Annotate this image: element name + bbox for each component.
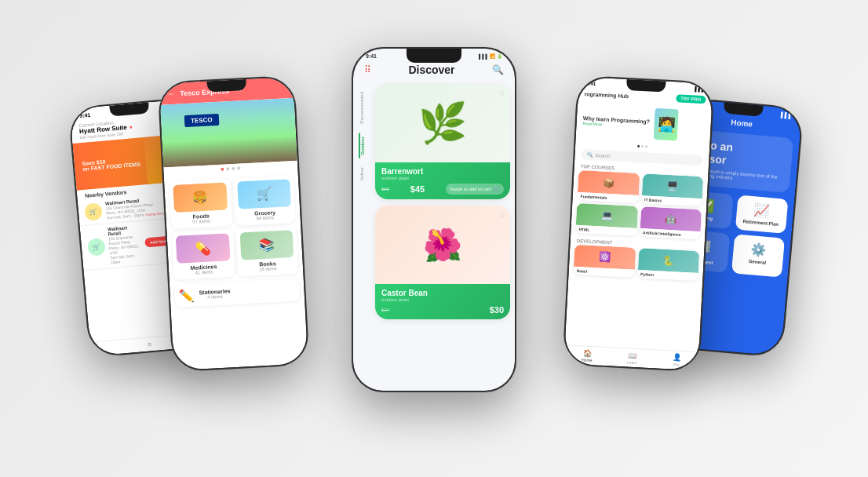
search-placeholder: Search xyxy=(595,153,610,158)
ai-icon: 🤖 xyxy=(640,206,702,231)
phone-4-screen: 9:41 ▌▌▌ rogramming Hub TRY PRO Why lear… xyxy=(564,77,713,370)
courses-grid: 📦 Fundamentals 🖥️ IT Basics 💻 HTML 🤖 Art… xyxy=(571,170,708,243)
phone-5-signal: ▌▌▌ xyxy=(781,112,793,118)
barrenwort-image: 🌿 ☆ xyxy=(375,84,510,162)
phone-1-time: 9:41 xyxy=(79,112,91,118)
banner-dot-2 xyxy=(641,145,644,147)
dot-1 xyxy=(221,168,224,171)
sidebar-outdoor[interactable]: Outdoor xyxy=(359,133,365,158)
barrenwort-emoji: 🌿 xyxy=(418,100,467,146)
castor-bean-price: $30 xyxy=(490,305,504,315)
programming-banner: Why learn Programming? Read More 🧑‍💻 xyxy=(576,100,712,147)
phone-3-notch xyxy=(407,49,461,63)
tesco-store-image: TESCO xyxy=(160,98,297,168)
phone-3-body: Recommended Outdoor Indoor 🌿 ☆ Barrenwor… xyxy=(353,81,515,380)
course-fundamentals[interactable]: 📦 Fundamentals xyxy=(577,170,639,203)
phones-container: 9:41 ●●● Current Location Hyatt Row Suit… xyxy=(0,0,868,477)
barrenwort-info: Barrenwort outdoor plant $56 $45 Swipe t… xyxy=(375,162,510,199)
fundamentals-icon: 📦 xyxy=(578,170,640,195)
phone-3-header: ⠿ Discover 🔍 xyxy=(353,60,515,81)
learn-nav-label: Learn xyxy=(627,359,637,365)
castor-bean-name: Castor Bean xyxy=(381,289,504,297)
phone-2-notch xyxy=(206,79,246,93)
dot-2 xyxy=(226,167,229,170)
sidebar-recommended[interactable]: Recommended xyxy=(359,89,364,127)
tesco-sign: TESCO xyxy=(184,114,219,127)
phone-3-screen: 9:41 ▌▌▌ 📶 🔋 ⠿ Discover 🔍 Recommended Ou… xyxy=(353,49,515,391)
dot-3 xyxy=(232,167,235,170)
card-general[interactable]: ⚙️ General xyxy=(731,234,785,277)
barrenwort-add-to-cart[interactable]: Swipe to add to cart 🛒 xyxy=(446,184,504,195)
course-html[interactable]: 💻 HTML xyxy=(575,203,637,236)
books-icon: 📚 xyxy=(239,230,294,260)
it-basics-icon: 🖥️ xyxy=(641,173,703,198)
try-pro-button[interactable]: TRY PRO xyxy=(676,94,706,104)
category-medicines[interactable]: 💊 Medicines 41 items xyxy=(171,229,235,280)
card-retirement[interactable]: 📈 Retirement Plan xyxy=(735,195,788,233)
castor-bean-price-row: $34 $30 xyxy=(381,305,504,315)
retirement-label: Retirement Plan xyxy=(740,218,782,227)
barrenwort-bookmark[interactable]: ☆ xyxy=(498,89,505,97)
phone-4-time: 9:41 xyxy=(586,81,596,86)
barrenwort-type: outdoor plant xyxy=(381,176,504,180)
tesco-store-bg xyxy=(160,98,297,168)
tesco-categories: 🍔 Foods 57 items 🛒 Grocery 94 items 💊 Me… xyxy=(164,170,304,286)
plants-main: 🌿 ☆ Barrenwort outdoor plant $56 $45 Swi… xyxy=(370,81,515,380)
course-dev-2[interactable]: 🐍 Python xyxy=(637,248,699,281)
development-courses: ⚛️ React 🐍 Python xyxy=(568,244,704,284)
course-it-basics[interactable]: 🖥️ IT Basics xyxy=(641,173,703,206)
sidebar-indoor[interactable]: Indoor xyxy=(359,164,364,184)
banner-dot-3 xyxy=(645,145,647,147)
barrenwort-price: $45 xyxy=(410,184,425,194)
vendor-1-avatar: 🛒 xyxy=(84,202,103,221)
banner-text-container: Why learn Programming? Read More xyxy=(582,115,650,129)
dev-1-icon: ⚛️ xyxy=(574,245,636,270)
phone-4-signal: ▌▌▌ xyxy=(695,87,705,93)
back-icon[interactable]: ← xyxy=(167,89,176,99)
phone-4-programming: 9:41 ▌▌▌ rogramming Hub TRY PRO Why lear… xyxy=(562,75,714,373)
general-icon: ⚙️ xyxy=(737,240,779,259)
learn-nav-icon: 📖 xyxy=(628,351,637,360)
plant-card-barrenwort: 🌿 ☆ Barrenwort outdoor plant $56 $45 Swi… xyxy=(375,84,510,199)
vendor-2-avatar: 🛒 xyxy=(87,238,106,257)
vendor-2-info: Wallmart Retail 155 Diamonte Ranch Pkwy … xyxy=(108,224,143,264)
phone-4-notch xyxy=(625,79,666,93)
search-magnifier-icon: 🔍 xyxy=(587,151,593,157)
retirement-icon: 📈 xyxy=(741,202,783,220)
category-foods[interactable]: 🍔 Foods 57 items xyxy=(169,178,232,229)
nav-learn[interactable]: 📖 Learn xyxy=(627,351,638,366)
home-nav-icon: 🏠 xyxy=(582,349,592,358)
phone-3-time: 9:41 xyxy=(366,53,377,59)
phone-4-bottom-nav: 🏠 Home 📖 Learn 👤 Pro xyxy=(564,344,699,370)
programming-hub-logo: rogramming Hub xyxy=(584,91,629,99)
barrenwort-name: Barrenwort xyxy=(381,167,504,176)
pro-nav-icon: 👤 xyxy=(673,354,682,362)
category-grocery[interactable]: 🛒 Grocery 94 items xyxy=(232,175,296,226)
castor-bean-old-price: $34 xyxy=(381,308,389,312)
discover-title: Discover xyxy=(408,64,454,76)
castor-bean-bookmark[interactable]: ☆ xyxy=(498,210,505,219)
pro-nav-label: Pro xyxy=(673,362,680,367)
nav-pro[interactable]: 👤 Pro xyxy=(672,354,681,368)
phone-3-discover: 9:41 ▌▌▌ 📶 🔋 ⠿ Discover 🔍 Recommended Ou… xyxy=(352,47,516,392)
castor-bean-emoji: 🌺 xyxy=(423,227,462,264)
vendor-1-status: Closing Soon xyxy=(145,211,164,217)
general-label: General xyxy=(737,257,779,266)
phone-1-banner-text: Save $10 on FAST FOOD ITEMS xyxy=(82,156,140,172)
course-ai[interactable]: 🤖 Artificial Intelligence xyxy=(640,206,702,239)
course-dev-1[interactable]: ⚛️ React xyxy=(573,245,635,278)
barrenwort-price-row: $56 $45 Swipe to add to cart 🛒 xyxy=(381,184,504,195)
search-icon[interactable]: 🔍 xyxy=(492,64,504,75)
category-books[interactable]: 📚 Books 18 items xyxy=(235,226,299,277)
medicine-icon: 💊 xyxy=(176,233,230,263)
menu-dots-icon[interactable]: ⠿ xyxy=(364,64,371,75)
plants-sidebar: Recommended Outdoor Indoor xyxy=(353,81,370,380)
vendor-2-hours: Sun-Sat, 6am - 10pm xyxy=(110,253,143,265)
dot-4 xyxy=(237,166,240,169)
nav-home[interactable]: 🏠 Home xyxy=(582,348,593,362)
phone-2-tesco: ← Tesco Express ⋯ TESCO 🍔 Foods xyxy=(157,75,309,373)
nav-home-icon[interactable]: ≡ xyxy=(148,340,151,348)
plant-card-castor-bean: 🌺 ☆ Castor Bean outdoor plant $34 $30 xyxy=(375,206,510,319)
banner-illustration: 🧑‍💻 xyxy=(654,108,679,141)
castor-bean-type: outdoor plant xyxy=(381,297,504,302)
